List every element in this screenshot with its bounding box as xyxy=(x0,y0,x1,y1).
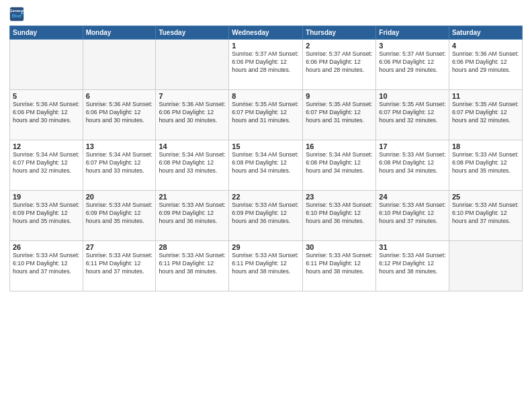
day-number: 24 xyxy=(379,193,446,201)
calendar-table: SundayMondayTuesdayWednesdayThursdayFrid… xyxy=(9,26,523,291)
calendar-cell-1-7: 4Sunrise: 5:36 AM Sunset: 6:06 PM Daylig… xyxy=(449,40,522,90)
logo-icon: General Blue xyxy=(9,7,24,21)
day-number: 22 xyxy=(232,193,300,201)
weekday-header-saturday: Saturday xyxy=(449,26,522,40)
day-info: Sunrise: 5:35 AM Sunset: 6:07 PM Dayligh… xyxy=(452,101,519,125)
day-info: Sunrise: 5:37 AM Sunset: 6:06 PM Dayligh… xyxy=(379,50,446,75)
calendar-cell-5-3: 28Sunrise: 5:33 AM Sunset: 6:11 PM Dayli… xyxy=(156,241,229,291)
day-info: Sunrise: 5:33 AM Sunset: 6:08 PM Dayligh… xyxy=(452,151,519,175)
calendar-cell-1-1 xyxy=(10,40,83,90)
weekday-header-sunday: Sunday xyxy=(10,26,83,40)
day-number: 28 xyxy=(159,243,226,251)
calendar-cell-1-2 xyxy=(83,40,156,90)
weekday-header-wednesday: Wednesday xyxy=(229,26,303,40)
calendar-cell-1-3 xyxy=(156,40,229,90)
calendar-cell-5-1: 26Sunrise: 5:33 AM Sunset: 6:10 PM Dayli… xyxy=(10,241,83,291)
week-row-2: 5Sunrise: 5:36 AM Sunset: 6:06 PM Daylig… xyxy=(10,90,523,140)
day-info: Sunrise: 5:33 AM Sunset: 6:10 PM Dayligh… xyxy=(379,201,446,226)
day-number: 12 xyxy=(13,142,80,150)
day-info: Sunrise: 5:33 AM Sunset: 6:12 PM Dayligh… xyxy=(379,252,446,276)
day-info: Sunrise: 5:34 AM Sunset: 6:07 PM Dayligh… xyxy=(86,151,153,175)
calendar-cell-3-1: 12Sunrise: 5:34 AM Sunset: 6:07 PM Dayli… xyxy=(10,140,83,191)
calendar-cell-5-7 xyxy=(449,241,522,291)
day-info: Sunrise: 5:33 AM Sunset: 6:10 PM Dayligh… xyxy=(306,201,373,226)
day-number: 3 xyxy=(379,42,446,50)
calendar-cell-3-7: 18Sunrise: 5:33 AM Sunset: 6:08 PM Dayli… xyxy=(449,140,522,191)
day-info: Sunrise: 5:36 AM Sunset: 6:06 PM Dayligh… xyxy=(452,50,519,75)
calendar-cell-4-7: 25Sunrise: 5:33 AM Sunset: 6:10 PM Dayli… xyxy=(449,191,522,241)
calendar-cell-2-6: 10Sunrise: 5:35 AM Sunset: 6:07 PM Dayli… xyxy=(376,90,449,140)
day-info: Sunrise: 5:33 AM Sunset: 6:11 PM Dayligh… xyxy=(232,252,300,276)
calendar-cell-1-6: 3Sunrise: 5:37 AM Sunset: 6:06 PM Daylig… xyxy=(376,40,449,90)
calendar-cell-4-2: 20Sunrise: 5:33 AM Sunset: 6:09 PM Dayli… xyxy=(83,191,156,241)
day-info: Sunrise: 5:35 AM Sunset: 6:07 PM Dayligh… xyxy=(379,101,446,125)
calendar-cell-3-4: 15Sunrise: 5:34 AM Sunset: 6:08 PM Dayli… xyxy=(229,140,303,191)
day-info: Sunrise: 5:33 AM Sunset: 6:11 PM Dayligh… xyxy=(306,252,373,276)
day-info: Sunrise: 5:36 AM Sunset: 6:06 PM Dayligh… xyxy=(86,101,153,125)
day-info: Sunrise: 5:37 AM Sunset: 6:06 PM Dayligh… xyxy=(306,50,373,75)
svg-text:Blue: Blue xyxy=(12,13,22,18)
week-row-3: 12Sunrise: 5:34 AM Sunset: 6:07 PM Dayli… xyxy=(10,140,523,191)
day-info: Sunrise: 5:33 AM Sunset: 6:08 PM Dayligh… xyxy=(379,151,446,175)
calendar-cell-1-4: 1Sunrise: 5:37 AM Sunset: 6:06 PM Daylig… xyxy=(229,40,303,90)
week-row-5: 26Sunrise: 5:33 AM Sunset: 6:10 PM Dayli… xyxy=(10,241,523,291)
day-number: 23 xyxy=(306,193,373,201)
calendar-cell-3-5: 16Sunrise: 5:34 AM Sunset: 6:08 PM Dayli… xyxy=(303,140,376,191)
day-info: Sunrise: 5:35 AM Sunset: 6:07 PM Dayligh… xyxy=(232,101,300,125)
calendar-cell-5-4: 29Sunrise: 5:33 AM Sunset: 6:11 PM Dayli… xyxy=(229,241,303,291)
day-number: 2 xyxy=(306,42,373,50)
calendar-cell-2-3: 7Sunrise: 5:36 AM Sunset: 6:06 PM Daylig… xyxy=(156,90,229,140)
day-number: 29 xyxy=(232,243,300,251)
day-number: 8 xyxy=(232,92,300,100)
day-number: 1 xyxy=(232,42,300,50)
calendar-cell-1-5: 2Sunrise: 5:37 AM Sunset: 6:06 PM Daylig… xyxy=(303,40,376,90)
weekday-header-friday: Friday xyxy=(376,26,449,40)
day-info: Sunrise: 5:33 AM Sunset: 6:09 PM Dayligh… xyxy=(86,201,153,226)
day-number: 11 xyxy=(452,92,519,100)
day-number: 16 xyxy=(306,142,373,150)
week-row-4: 19Sunrise: 5:33 AM Sunset: 6:09 PM Dayli… xyxy=(10,191,523,241)
calendar-cell-2-7: 11Sunrise: 5:35 AM Sunset: 6:07 PM Dayli… xyxy=(449,90,522,140)
day-number: 21 xyxy=(159,193,226,201)
day-number: 17 xyxy=(379,142,446,150)
calendar-cell-2-1: 5Sunrise: 5:36 AM Sunset: 6:06 PM Daylig… xyxy=(10,90,83,140)
day-number: 4 xyxy=(452,42,519,50)
calendar-cell-4-6: 24Sunrise: 5:33 AM Sunset: 6:10 PM Dayli… xyxy=(376,191,449,241)
day-info: Sunrise: 5:35 AM Sunset: 6:07 PM Dayligh… xyxy=(306,101,373,125)
calendar-cell-5-2: 27Sunrise: 5:33 AM Sunset: 6:11 PM Dayli… xyxy=(83,241,156,291)
day-info: Sunrise: 5:33 AM Sunset: 6:10 PM Dayligh… xyxy=(452,201,519,226)
day-number: 6 xyxy=(86,92,153,100)
logo: General Blue xyxy=(9,7,27,21)
weekday-header-thursday: Thursday xyxy=(303,26,376,40)
day-number: 5 xyxy=(13,92,80,100)
day-number: 30 xyxy=(306,243,373,251)
day-number: 26 xyxy=(13,243,80,251)
day-number: 7 xyxy=(159,92,226,100)
day-number: 25 xyxy=(452,193,519,201)
calendar-cell-2-5: 9Sunrise: 5:35 AM Sunset: 6:07 PM Daylig… xyxy=(303,90,376,140)
day-info: Sunrise: 5:34 AM Sunset: 6:08 PM Dayligh… xyxy=(159,151,226,175)
week-row-1: 1Sunrise: 5:37 AM Sunset: 6:06 PM Daylig… xyxy=(10,40,523,90)
day-info: Sunrise: 5:33 AM Sunset: 6:09 PM Dayligh… xyxy=(232,201,300,226)
day-number: 15 xyxy=(232,142,300,150)
day-number: 10 xyxy=(379,92,446,100)
calendar-cell-5-6: 31Sunrise: 5:33 AM Sunset: 6:12 PM Dayli… xyxy=(376,241,449,291)
header: General Blue xyxy=(9,7,523,21)
day-number: 14 xyxy=(159,142,226,150)
day-info: Sunrise: 5:33 AM Sunset: 6:11 PM Dayligh… xyxy=(159,252,226,276)
day-number: 13 xyxy=(86,142,153,150)
day-number: 9 xyxy=(306,92,373,100)
calendar-cell-3-3: 14Sunrise: 5:34 AM Sunset: 6:08 PM Dayli… xyxy=(156,140,229,191)
calendar-cell-3-6: 17Sunrise: 5:33 AM Sunset: 6:08 PM Dayli… xyxy=(376,140,449,191)
calendar-cell-4-4: 22Sunrise: 5:33 AM Sunset: 6:09 PM Dayli… xyxy=(229,191,303,241)
day-number: 31 xyxy=(379,243,446,251)
calendar-cell-4-3: 21Sunrise: 5:33 AM Sunset: 6:09 PM Dayli… xyxy=(156,191,229,241)
day-info: Sunrise: 5:34 AM Sunset: 6:08 PM Dayligh… xyxy=(232,151,300,175)
day-info: Sunrise: 5:34 AM Sunset: 6:07 PM Dayligh… xyxy=(13,151,80,175)
weekday-header-monday: Monday xyxy=(83,26,156,40)
weekday-header-tuesday: Tuesday xyxy=(156,26,229,40)
day-number: 18 xyxy=(452,142,519,150)
day-number: 20 xyxy=(86,193,153,201)
page: General Blue SundayMondayTuesdayWednesda… xyxy=(0,0,532,411)
calendar-cell-3-2: 13Sunrise: 5:34 AM Sunset: 6:07 PM Dayli… xyxy=(83,140,156,191)
